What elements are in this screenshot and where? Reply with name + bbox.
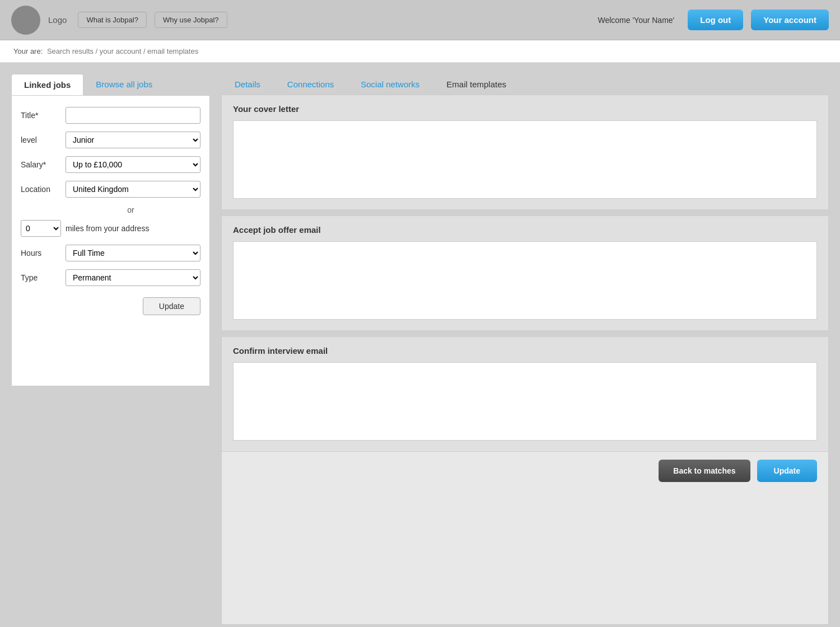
- content-area: Details Connections Social networks Emai…: [221, 74, 829, 625]
- sidebar-update-row: Update: [21, 297, 200, 315]
- tab-social-networks[interactable]: Social networks: [347, 74, 433, 95]
- accept-offer-textarea[interactable]: [233, 241, 817, 320]
- accept-offer-title: Accept job offer email: [233, 225, 817, 235]
- breadcrumb-prefix: Your are:: [13, 47, 43, 55]
- hours-row: Hours Full Time Part Time Flexible: [21, 245, 200, 261]
- main-container: Linked jobs Browse all jobs Title* level…: [0, 63, 840, 625]
- miles-row: 0 5 10 20 50 miles from your address: [21, 220, 200, 237]
- accept-offer-section: Accept job offer email: [222, 216, 828, 330]
- cover-letter-textarea[interactable]: [233, 120, 817, 199]
- hours-label: Hours: [21, 249, 61, 258]
- type-select[interactable]: Permanent Contract Temporary: [66, 269, 200, 286]
- hours-select[interactable]: Full Time Part Time Flexible: [66, 245, 200, 261]
- cover-letter-section: Your cover letter: [222, 95, 828, 209]
- breadcrumb-path: Search results / your account / email te…: [47, 47, 198, 55]
- miles-label: miles from your address: [66, 224, 149, 233]
- salary-select[interactable]: Up to £10,000 £10,000 - £20,000 £20,000 …: [66, 156, 200, 173]
- title-input[interactable]: [66, 107, 200, 124]
- title-label: Title*: [21, 111, 61, 120]
- confirm-interview-title: Confirm interview email: [233, 346, 817, 355]
- action-bar: Back to matches Update: [222, 451, 828, 490]
- sidebar-form: Title* level Junior Mid-level Senior Lea…: [11, 95, 210, 386]
- cover-letter-title: Your cover letter: [233, 104, 817, 114]
- logo-text: Logo: [48, 15, 67, 25]
- back-to-matches-button[interactable]: Back to matches: [659, 460, 750, 482]
- salary-label: Salary*: [21, 160, 61, 169]
- salary-row: Salary* Up to £10,000 £10,000 - £20,000 …: [21, 156, 200, 173]
- tab-details[interactable]: Details: [221, 74, 274, 95]
- email-templates-body: Your cover letter Accept job offer email…: [221, 95, 829, 625]
- main-update-button[interactable]: Update: [757, 460, 817, 482]
- location-label: Location: [21, 185, 61, 194]
- why-use-jobpal-button[interactable]: Why use Jobpal?: [155, 12, 227, 28]
- logo-icon: [11, 6, 40, 35]
- header: Logo What is Jobpal? Why use Jobpal? Wel…: [0, 0, 840, 40]
- title-row: Title*: [21, 107, 200, 124]
- logout-button[interactable]: Log out: [688, 10, 743, 30]
- confirm-interview-textarea[interactable]: [233, 362, 817, 441]
- tab-linked-jobs[interactable]: Linked jobs: [11, 74, 83, 95]
- tab-email-templates[interactable]: Email templates: [433, 74, 520, 95]
- type-row: Type Permanent Contract Temporary: [21, 269, 200, 286]
- level-select[interactable]: Junior Mid-level Senior Lead Manager: [66, 132, 200, 148]
- location-row: Location United Kingdom United States Ca…: [21, 181, 200, 198]
- tab-connections[interactable]: Connections: [274, 74, 347, 95]
- what-is-jobpal-button[interactable]: What is Jobpal?: [78, 12, 147, 28]
- breadcrumb: Your are: Search results / your account …: [0, 40, 840, 63]
- level-row: level Junior Mid-level Senior Lead Manag…: [21, 132, 200, 148]
- or-separator: or: [61, 205, 200, 214]
- section-divider-2: [222, 330, 828, 337]
- tab-browse-all-jobs[interactable]: Browse all jobs: [83, 74, 165, 95]
- confirm-interview-section: Confirm interview email: [222, 337, 828, 451]
- sidebar-update-button[interactable]: Update: [143, 297, 200, 315]
- content-tabs: Details Connections Social networks Emai…: [221, 74, 829, 95]
- sidebar-tabs: Linked jobs Browse all jobs: [11, 74, 210, 95]
- section-divider-1: [222, 209, 828, 216]
- sidebar: Linked jobs Browse all jobs Title* level…: [11, 74, 210, 625]
- type-label: Type: [21, 273, 61, 282]
- welcome-text: Welcome 'Your Name': [598, 16, 674, 25]
- miles-select[interactable]: 0 5 10 20 50: [21, 220, 61, 237]
- level-label: level: [21, 135, 61, 144]
- your-account-button[interactable]: Your account: [751, 10, 829, 30]
- location-select[interactable]: United Kingdom United States Canada Aust…: [66, 181, 200, 198]
